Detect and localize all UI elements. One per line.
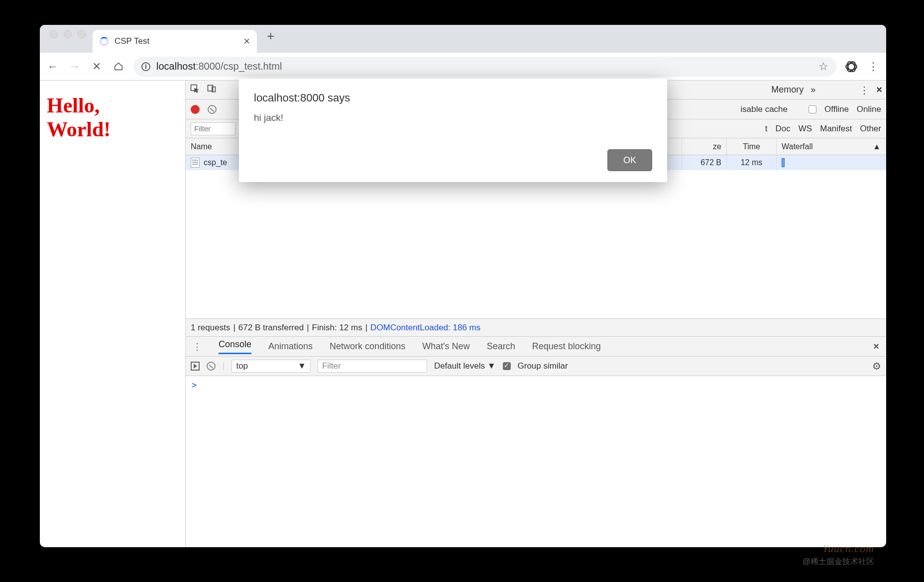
alert-ok-button[interactable]: OK <box>607 149 652 171</box>
row-size: 672 B <box>682 155 727 170</box>
new-tab-button[interactable]: + <box>267 28 274 50</box>
devtools-tab-memory[interactable]: Memory <box>771 85 804 95</box>
forward-button[interactable]: → <box>68 60 82 74</box>
minimize-window-dot[interactable] <box>64 30 72 38</box>
filter-type-manifest[interactable]: Manifest <box>820 124 852 134</box>
drawer-tab-animations[interactable]: Animations <box>268 341 313 352</box>
filter-type-other[interactable]: Other <box>860 124 881 134</box>
tab-strip: CSP Test × + <box>40 25 886 53</box>
offline-label: Offline <box>824 104 849 114</box>
network-status-bar: 1 requests | 672 B transferred | Finish:… <box>186 318 886 336</box>
console-context-select[interactable]: top▼ <box>231 360 310 373</box>
address-bar[interactable]: i localhost:8000/csp_test.html ☆ <box>133 57 836 77</box>
console-levels-select[interactable]: Default levels ▼ <box>434 361 496 371</box>
console-play-icon[interactable] <box>191 362 200 371</box>
close-window-dot[interactable] <box>50 30 58 38</box>
browser-tab[interactable]: CSP Test × <box>93 30 257 53</box>
console-filter-input[interactable]: Filter <box>318 360 427 373</box>
extension-icon[interactable] <box>844 60 858 74</box>
browser-toolbar: ← → ✕ i localhost:8000/csp_test.html ☆ ⋮ <box>40 53 886 81</box>
watermark-credit: @稀土掘金技术社区 <box>803 557 874 567</box>
back-button[interactable]: ← <box>46 60 60 74</box>
drawer-menu-icon[interactable]: ⋮ <box>193 341 202 352</box>
status-transferred: 672 B transferred <box>238 323 304 333</box>
col-time[interactable]: Time <box>727 138 777 155</box>
filter-type-doc[interactable]: Doc <box>776 124 791 134</box>
status-requests: 1 requests <box>191 323 230 333</box>
stop-button[interactable]: ✕ <box>90 60 104 74</box>
group-similar-checkbox[interactable] <box>503 362 511 370</box>
drawer-tab-network-conditions[interactable]: Network conditions <box>330 341 405 352</box>
col-waterfall[interactable]: Waterfall▲ <box>777 138 886 155</box>
loading-spinner-icon <box>100 37 109 46</box>
offline-checkbox[interactable] <box>808 105 816 113</box>
devtools-menu-icon[interactable]: ⋮ <box>859 84 869 96</box>
browser-menu-icon[interactable]: ⋮ <box>866 60 880 74</box>
group-similar-label: Group similar <box>518 361 568 371</box>
drawer-tab-bar: ⋮ Console Animations Network conditions … <box>186 336 886 356</box>
alert-message: hi jack! <box>254 112 652 123</box>
drawer-close-icon[interactable]: × <box>873 341 879 352</box>
maximize-window-dot[interactable] <box>78 30 86 38</box>
status-finish: Finish: 12 ms <box>312 323 362 333</box>
home-button[interactable] <box>112 60 125 74</box>
row-waterfall <box>777 155 886 170</box>
console-body[interactable]: > <box>186 376 886 547</box>
browser-window: CSP Test × + ← → ✕ i localhost:8000/csp_… <box>40 25 886 547</box>
svg-point-2 <box>846 60 857 73</box>
page-heading-line2: World! <box>47 117 178 141</box>
status-dcl: DOMContentLoaded: 186 ms <box>370 323 480 333</box>
filter-type-ws[interactable]: WS <box>799 124 812 134</box>
devtools-close-icon[interactable]: × <box>876 84 882 96</box>
online-label[interactable]: Online <box>857 104 881 114</box>
site-info-icon[interactable]: i <box>141 62 150 71</box>
tab-title: CSP Test <box>115 36 237 46</box>
drawer-tab-console[interactable]: Console <box>219 339 251 354</box>
drawer-tab-request-blocking[interactable]: Request blocking <box>532 341 601 352</box>
filter-type-t[interactable]: t <box>765 124 768 134</box>
close-tab-icon[interactable]: × <box>243 35 250 48</box>
js-alert-dialog: localhost:8000 says hi jack! OK <box>239 79 667 182</box>
file-icon <box>191 158 200 168</box>
clear-button[interactable] <box>208 105 217 114</box>
console-clear-icon[interactable] <box>207 362 216 371</box>
page-heading-line1: Hello, <box>47 94 178 117</box>
row-time: 12 ms <box>727 155 777 170</box>
drawer-tab-whats-new[interactable]: What's New <box>422 341 469 352</box>
device-toggle-icon[interactable] <box>207 84 217 96</box>
drawer-tab-search[interactable]: Search <box>487 341 515 352</box>
console-toolbar: | top▼ Filter Default levels ▼ Group sim… <box>186 356 886 376</box>
url-text: localhost:8000/csp_test.html <box>156 61 282 72</box>
disable-cache-label: isable cache <box>741 104 788 114</box>
record-button[interactable] <box>191 105 200 114</box>
page-body: Hello, World! <box>40 81 185 547</box>
network-filter-input[interactable] <box>191 122 235 135</box>
row-name: csp_te <box>204 158 227 167</box>
col-size[interactable]: ze <box>682 138 727 155</box>
inspect-element-icon[interactable] <box>190 84 200 96</box>
more-tabs-icon[interactable]: » <box>810 85 815 95</box>
bookmark-star-icon[interactable]: ☆ <box>818 60 828 73</box>
alert-title: localhost:8000 says <box>254 92 652 104</box>
console-settings-icon[interactable]: ⚙ <box>872 360 881 372</box>
window-controls <box>46 30 93 47</box>
watermark-brand: Yuucn.com <box>822 542 874 555</box>
console-prompt: > <box>192 380 197 390</box>
